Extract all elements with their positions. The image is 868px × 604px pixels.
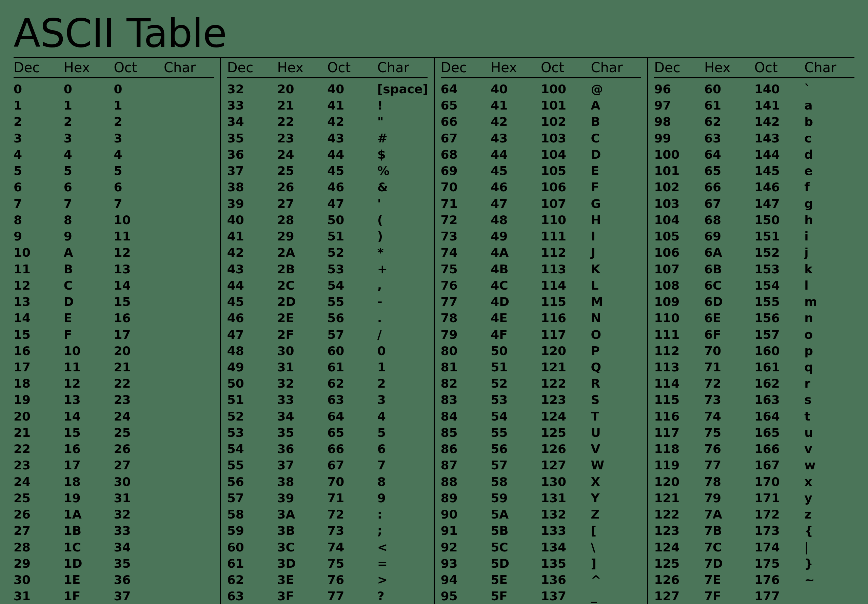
table-row: 342242" — [227, 113, 428, 130]
cell-dec: 82 — [441, 376, 491, 392]
cell-hex: 8 — [64, 212, 114, 228]
cell-dec: 27 — [14, 523, 64, 539]
cell-oct: 155 — [755, 294, 804, 310]
cell-chr — [164, 376, 214, 392]
cell-hex: 2F — [277, 327, 327, 343]
cell-chr: 1 — [377, 359, 428, 376]
table-row: 1086C154l — [654, 277, 854, 294]
header-chr: Char — [591, 60, 641, 75]
table-row: 452D55- — [227, 294, 428, 310]
table-row: 925C134\ — [441, 539, 641, 556]
cell-hex: 6F — [704, 327, 755, 343]
table-row: 181222 — [14, 376, 214, 392]
table-row: 7046106F — [441, 179, 641, 195]
cell-chr: @ — [591, 81, 641, 97]
cell-oct: 157 — [755, 327, 804, 343]
cell-dec: 10 — [14, 245, 64, 261]
cell-chr — [164, 425, 214, 441]
cell-dec: 23 — [14, 457, 64, 474]
cell-hex: 3B — [277, 523, 327, 539]
table-row: 623E76> — [227, 572, 428, 588]
header-dec: Dec — [441, 60, 491, 75]
cell-hex: 0 — [64, 81, 114, 97]
cell-oct: 44 — [327, 146, 377, 163]
cell-chr: p — [804, 343, 854, 359]
cell-chr: ) — [377, 228, 428, 245]
cell-oct: 116 — [541, 310, 591, 326]
cell-oct: 114 — [541, 277, 591, 294]
table-row: 11977167w — [654, 457, 854, 474]
cell-oct: 160 — [755, 343, 804, 359]
table-row: 222 — [14, 113, 214, 130]
table-row: 9761141a — [654, 97, 854, 113]
table-row: 5335655 — [227, 425, 428, 441]
cell-dec: 40 — [227, 212, 277, 228]
header-chr: Char — [164, 60, 214, 75]
cell-oct: 26 — [113, 441, 164, 457]
cell-hex: 5A — [491, 506, 541, 523]
cell-chr: V — [591, 441, 641, 457]
cell-oct: 141 — [755, 97, 804, 113]
cell-hex: 68 — [704, 212, 755, 228]
header-oct: Oct — [327, 60, 377, 75]
cell-chr: n — [804, 310, 854, 326]
cell-chr: j — [804, 245, 854, 261]
cell-chr — [164, 130, 214, 146]
table-row: 4830600 — [227, 343, 428, 359]
cell-oct: 144 — [755, 146, 804, 163]
cell-dec: 108 — [654, 277, 704, 294]
cell-chr: _ — [591, 588, 641, 604]
table-row: 1237B173{ — [654, 523, 854, 539]
cell-dec: 97 — [654, 97, 704, 113]
cell-oct: 51 — [327, 228, 377, 245]
cell-dec: 99 — [654, 130, 704, 146]
cell-hex: 67 — [704, 196, 755, 212]
cell-oct: 13 — [113, 261, 164, 277]
cell-chr — [164, 228, 214, 245]
cell-oct: 41 — [327, 97, 377, 113]
cell-hex: 57 — [491, 457, 541, 474]
table-row: 333 — [14, 130, 214, 146]
cell-chr: Q — [591, 359, 641, 376]
cell-oct: 142 — [755, 113, 804, 130]
cell-oct: 56 — [327, 310, 377, 326]
table-row: 111 — [14, 97, 214, 113]
cell-hex: 6 — [64, 179, 114, 195]
cell-chr: D — [591, 146, 641, 163]
cell-dec: 14 — [14, 310, 64, 326]
cell-hex: 7 — [64, 196, 114, 212]
cell-hex: 7C — [704, 539, 755, 556]
table-row: 666 — [14, 179, 214, 195]
cell-chr: % — [377, 163, 428, 179]
cell-oct: 162 — [755, 376, 804, 392]
cell-dec: 62 — [227, 572, 277, 588]
table-row: 9660140` — [654, 81, 854, 97]
cell-hex: 43 — [491, 130, 541, 146]
table-row: 8959131Y — [441, 490, 641, 506]
cell-oct: 115 — [541, 294, 591, 310]
cell-dec: 86 — [441, 441, 491, 457]
cell-dec: 34 — [227, 113, 277, 130]
cell-dec: 2 — [14, 113, 64, 130]
cell-chr: & — [377, 179, 428, 195]
cell-oct: 172 — [755, 506, 804, 523]
cell-hex: 17 — [64, 457, 114, 474]
cell-chr — [164, 261, 214, 277]
table-row: 8555125U — [441, 425, 641, 441]
cell-chr: z — [804, 506, 854, 523]
table-row: 633F77? — [227, 588, 428, 604]
cell-oct: 176 — [755, 572, 804, 588]
table-rows: 9660140`9761141a9862142b9963143c10064144… — [654, 78, 854, 604]
cell-dec: 9 — [14, 228, 64, 245]
cell-hex: 64 — [704, 146, 755, 163]
cell-hex: 36 — [277, 441, 327, 457]
table-rows: 322040[space]332141!342242"352343#362444… — [227, 78, 428, 604]
table-row: 7147107G — [441, 196, 641, 212]
cell-dec: 46 — [227, 310, 277, 326]
table-row: 8757127W — [441, 457, 641, 474]
table-row: 8656126V — [441, 441, 641, 457]
cell-chr: g — [804, 196, 854, 212]
cell-dec: 98 — [654, 113, 704, 130]
cell-chr: - — [377, 294, 428, 310]
cell-hex: 72 — [704, 376, 755, 392]
